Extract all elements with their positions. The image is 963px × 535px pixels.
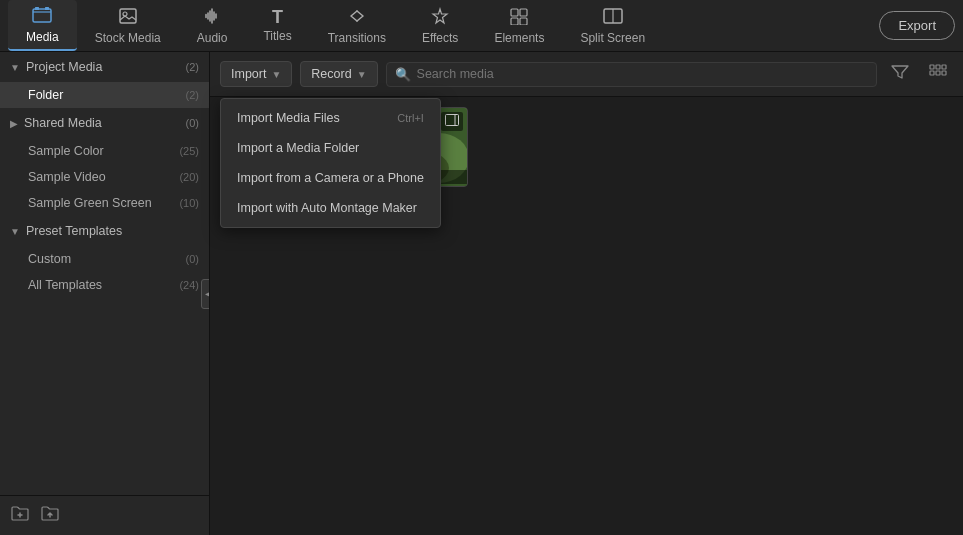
svg-rect-7 [511,18,518,25]
nav-label-effects: Effects [422,31,458,45]
nav-label-titles: Titles [263,29,291,43]
nav-label-audio: Audio [197,31,228,45]
svg-rect-40 [446,115,459,126]
svg-rect-8 [520,18,527,25]
sidebar-section-project-media[interactable]: ▼ Project Media (2) [0,52,209,82]
section-title-preset-templates: Preset Templates [26,224,199,238]
section-title-project-media: Project Media [26,60,186,74]
sidebar-item-sample-color[interactable]: Sample Color (25) [0,138,209,164]
nav-item-split-screen[interactable]: Split Screen [562,0,663,51]
filter-button[interactable] [885,60,915,88]
folder-label: Folder [28,88,186,102]
record-dropdown-button[interactable]: Record ▼ [300,61,377,87]
sidebar-item-custom[interactable]: Custom (0) [0,246,209,272]
nav-label-elements: Elements [494,31,544,45]
svg-rect-6 [520,9,527,16]
sidebar-section-shared-media[interactable]: ▶ Shared Media (0) [0,108,209,138]
svg-rect-15 [942,65,946,69]
media-icon [32,6,52,27]
menu-import-media-files[interactable]: Import Media Files Ctrl+I [221,103,440,133]
svg-rect-14 [936,65,940,69]
elements-icon [509,7,529,28]
custom-label: Custom [28,252,186,266]
svg-rect-5 [511,9,518,16]
sidebar-collapse-handle[interactable]: ◀ [201,279,210,309]
content-toolbar: Import ▼ Record ▼ 🔍 [210,52,963,97]
folder-count: (2) [186,89,199,101]
nav-item-media[interactable]: Media [8,0,77,51]
menu-import-camera[interactable]: Import from a Camera or a Phone [221,163,440,193]
import-chevron-icon: ▼ [271,69,281,80]
all-templates-label: All Templates [28,278,179,292]
new-folder-button[interactable] [10,504,30,527]
svg-rect-1 [35,7,39,10]
section-title-shared-media: Shared Media [24,116,186,130]
sample-green-screen-count: (10) [179,197,199,209]
nav-label-stock-media: Stock Media [95,31,161,45]
import-dropdown-button[interactable]: Import ▼ [220,61,292,87]
sidebar-item-sample-green-screen[interactable]: Sample Green Screen (10) [0,190,209,216]
sample-color-count: (25) [179,145,199,157]
import-auto-montage-label: Import with Auto Montage Maker [237,201,417,215]
sample-color-label: Sample Color [28,144,179,158]
nav-item-titles[interactable]: T Titles [245,0,309,51]
import-folder-button[interactable] [40,504,60,527]
main-area: ▼ Project Media (2) Folder (2) ▶ Shared … [0,52,963,535]
sidebar-item-sample-video[interactable]: Sample Video (20) [0,164,209,190]
section-count-project-media: (2) [186,61,199,73]
svg-rect-17 [936,71,940,75]
nav-label-media: Media [26,30,59,44]
svg-rect-13 [930,65,934,69]
sidebar-item-folder[interactable]: Folder (2) [0,82,209,108]
nav-item-transitions[interactable]: Transitions [310,0,404,51]
nav-item-audio[interactable]: Audio [179,0,246,51]
search-box: 🔍 [386,62,877,87]
svg-rect-18 [942,71,946,75]
nav-item-elements[interactable]: Elements [476,0,562,51]
sidebar: ▼ Project Media (2) Folder (2) ▶ Shared … [0,52,210,535]
import-media-files-label: Import Media Files [237,111,340,125]
titles-icon: T [272,8,283,26]
menu-import-media-folder[interactable]: Import a Media Folder [221,133,440,163]
nav-label-split-screen: Split Screen [580,31,645,45]
split-screen-icon [603,7,623,28]
custom-count: (0) [186,253,199,265]
sidebar-section-preset-templates[interactable]: ▼ Preset Templates [0,216,209,246]
sidebar-footer [0,495,209,535]
nav-label-transitions: Transitions [328,31,386,45]
content-area: Import ▼ Record ▼ 🔍 [210,52,963,535]
section-arrow-project-media: ▼ [10,62,20,73]
transitions-icon [347,7,367,28]
import-dropdown-menu: Import Media Files Ctrl+I Import a Media… [220,98,441,228]
top-nav: Media Stock Media Audio T Titles [0,0,963,52]
sample-green-screen-label: Sample Green Screen [28,196,179,210]
record-label: Record [311,67,351,81]
search-input[interactable] [417,67,868,81]
svg-rect-3 [120,9,136,23]
section-arrow-preset-templates: ▼ [10,226,20,237]
section-count-shared-media: (0) [186,117,199,129]
view-toggle-button[interactable] [923,60,953,88]
sample-video-count: (20) [179,171,199,183]
section-arrow-shared-media: ▶ [10,118,18,129]
effects-icon [430,7,450,28]
import-media-files-shortcut: Ctrl+I [397,112,424,124]
record-chevron-icon: ▼ [357,69,367,80]
svg-rect-2 [45,7,49,10]
audio-icon [202,7,222,28]
svg-rect-0 [33,9,51,22]
stock-media-icon [118,7,138,28]
nav-item-stock-media[interactable]: Stock Media [77,0,179,51]
search-icon: 🔍 [395,67,411,82]
all-templates-count: (24) [179,279,199,291]
export-button[interactable]: Export [879,11,955,40]
menu-import-auto-montage[interactable]: Import with Auto Montage Maker [221,193,440,223]
import-camera-label: Import from a Camera or a Phone [237,171,424,185]
sample-video-label: Sample Video [28,170,179,184]
sidebar-item-all-templates[interactable]: All Templates (24) [0,272,209,298]
nav-item-effects[interactable]: Effects [404,0,476,51]
import-label: Import [231,67,266,81]
import-media-folder-label: Import a Media Folder [237,141,359,155]
svg-rect-16 [930,71,934,75]
